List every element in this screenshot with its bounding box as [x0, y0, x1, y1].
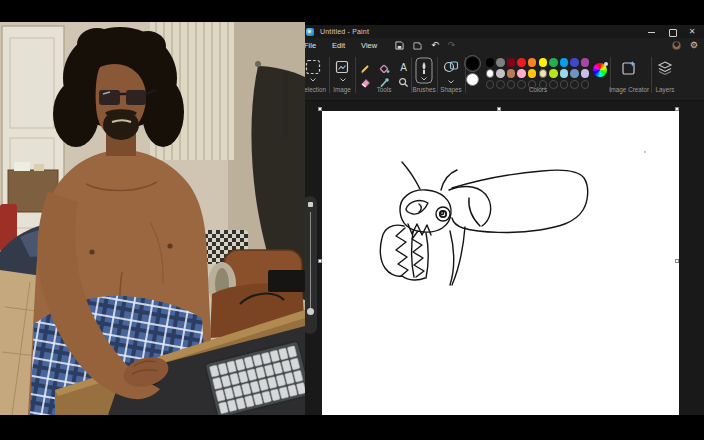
doodle-left-antenna	[402, 162, 420, 189]
palette-color-swatch[interactable]	[549, 69, 558, 78]
shapes-dropdown-chevron[interactable]	[448, 80, 454, 84]
palette-color-swatch[interactable]	[560, 58, 569, 67]
magnifier-tool[interactable]	[398, 74, 409, 92]
palette-empty-slot[interactable]	[581, 80, 590, 89]
shapes-button[interactable]	[443, 60, 459, 79]
palette-color-swatch[interactable]	[486, 69, 495, 78]
menu-view[interactable]: View	[353, 41, 385, 50]
paint-app-icon	[306, 28, 314, 36]
settings-gear-icon[interactable]: ⚙	[690, 41, 698, 50]
zoom-slider-thumb[interactable]	[307, 308, 314, 315]
zoom-slider[interactable]	[303, 196, 317, 334]
zoom-slider-track	[310, 212, 311, 312]
redo-icon[interactable]: ↷	[448, 41, 456, 50]
palette-color-swatch[interactable]	[539, 69, 548, 78]
ribbon-toolbar: Selection Image A	[296, 53, 704, 101]
image-dropdown-chevron[interactable]	[340, 78, 346, 82]
palette-empty-slot[interactable]	[560, 80, 569, 89]
canvas-handle-mid-left[interactable]	[318, 259, 322, 263]
edit-colors-wheel[interactable]	[593, 63, 607, 77]
color2-swatch[interactable]	[466, 73, 479, 86]
layers-label: Layers	[656, 86, 675, 93]
doodle-leg	[450, 231, 454, 285]
account-avatar[interactable]	[672, 41, 681, 50]
canvas-handle-mid-right[interactable]	[675, 259, 679, 263]
palette-color-swatch[interactable]	[549, 58, 558, 67]
video-frame: Untitled - Paint ✕ File Edit View ↶ ↷	[0, 0, 704, 440]
webcam-photo	[0, 22, 305, 415]
palette-color-swatch[interactable]	[507, 69, 516, 78]
ribbon-separator	[651, 57, 652, 93]
tools-label: Tools	[377, 86, 392, 93]
palette-color-swatch[interactable]	[486, 58, 495, 67]
color1-swatch[interactable]	[466, 57, 479, 70]
doodle-left-eye	[406, 201, 428, 215]
doodle-wing	[452, 170, 588, 232]
colors-label: Colors	[529, 86, 547, 93]
close-button[interactable]: ✕	[688, 28, 696, 36]
palette-color-swatch[interactable]	[581, 58, 590, 67]
shapes-label: Shapes	[440, 86, 461, 93]
canvas-handle-top-right[interactable]	[675, 107, 679, 111]
save-as-icon[interactable]	[413, 41, 422, 50]
palette-color-swatch[interactable]	[581, 69, 590, 78]
palette-color-swatch[interactable]	[528, 58, 537, 67]
canvas-handle-top-left[interactable]	[318, 107, 322, 111]
palette-empty-slot[interactable]	[486, 80, 495, 89]
palette-color-swatch[interactable]	[560, 69, 569, 78]
webcam-view	[0, 22, 305, 415]
ribbon-separator	[355, 57, 356, 93]
stray-mark	[644, 151, 646, 153]
brushes-button[interactable]	[415, 57, 433, 88]
image-tools-button[interactable]	[334, 59, 350, 79]
palette-empty-slot[interactable]	[507, 80, 516, 89]
undo-icon[interactable]: ↶	[431, 41, 439, 50]
palette-color-swatch[interactable]	[570, 69, 579, 78]
menu-edit[interactable]: Edit	[324, 41, 353, 50]
selection-tool-button[interactable]	[305, 59, 321, 79]
palette-empty-slot[interactable]	[496, 80, 505, 89]
palette-color-swatch[interactable]	[496, 58, 505, 67]
brushes-label: Brushes	[412, 86, 435, 93]
minimize-button[interactable]	[648, 28, 656, 36]
palette-empty-slot[interactable]	[517, 80, 526, 89]
palette-empty-slot[interactable]	[549, 80, 558, 89]
image-creator-button[interactable]	[621, 60, 637, 80]
paint-window: Untitled - Paint ✕ File Edit View ↶ ↷	[296, 25, 704, 415]
palette-color-swatch[interactable]	[517, 58, 526, 67]
insect-doodle	[322, 111, 679, 415]
zoom-slider-top-icon	[308, 202, 313, 207]
drawing-canvas[interactable]	[322, 111, 679, 415]
canvas-workspace	[296, 101, 704, 415]
palette-color-swatch[interactable]	[539, 58, 548, 67]
palette-empty-slot[interactable]	[570, 80, 579, 89]
window-title: Untitled - Paint	[320, 28, 369, 35]
layers-button[interactable]	[657, 60, 673, 80]
maximize-button[interactable]	[668, 28, 676, 36]
palette-color-swatch[interactable]	[528, 69, 537, 78]
eraser-tool[interactable]	[360, 74, 371, 92]
canvas-handle-top-center[interactable]	[497, 107, 501, 111]
palette-color-swatch[interactable]	[517, 69, 526, 78]
palette-color-swatch[interactable]	[570, 58, 579, 67]
image-label: Image	[333, 86, 351, 93]
palette-color-swatch[interactable]	[507, 58, 516, 67]
selection-dropdown-chevron[interactable]	[310, 78, 316, 82]
title-bar: Untitled - Paint ✕	[296, 25, 704, 38]
ribbon-separator	[437, 57, 438, 93]
svg-text:A: A	[400, 62, 407, 73]
ribbon-separator	[329, 57, 330, 93]
wall-hook	[255, 61, 261, 67]
image-creator-label: Image Creator	[609, 86, 649, 93]
palette-color-swatch[interactable]	[496, 69, 505, 78]
menu-bar: File Edit View ↶ ↷ ⚙	[296, 38, 704, 53]
save-icon[interactable]	[395, 41, 404, 50]
